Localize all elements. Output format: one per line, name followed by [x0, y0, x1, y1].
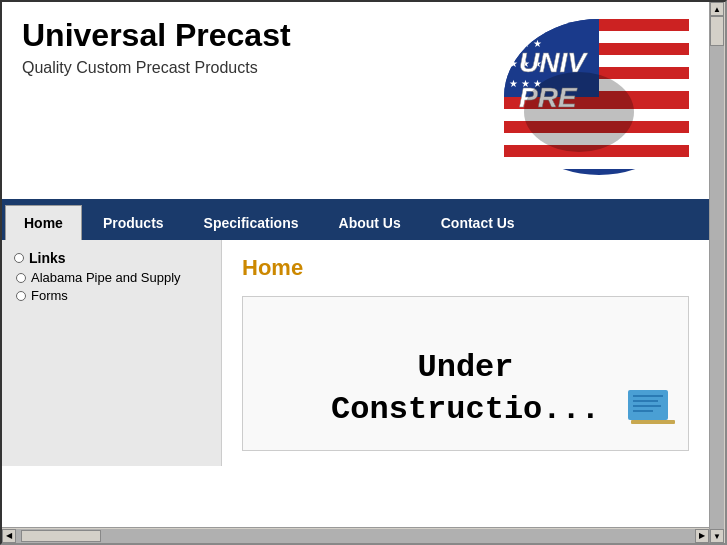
svg-rect-11 — [599, 55, 689, 67]
svg-rect-24 — [633, 400, 658, 402]
logo-graphic: ★ ★ ★ ★ ★ ★ ★ ★ ★ UNIV PRE — [489, 17, 689, 177]
site-title: Universal Precast — [22, 17, 469, 54]
under-construction-text: Under Constructio... — [263, 347, 668, 430]
svg-rect-4 — [599, 43, 689, 55]
svg-rect-27 — [631, 420, 675, 424]
nav-specifications[interactable]: Specifications — [185, 205, 318, 240]
svg-rect-5 — [599, 67, 689, 79]
svg-rect-23 — [633, 395, 663, 397]
svg-rect-26 — [633, 410, 653, 412]
sidebar-links-section: Links Alabama Pipe and Supply Forms — [14, 250, 209, 303]
svg-point-21 — [524, 72, 634, 152]
page-title: Home — [242, 255, 689, 281]
sidebar: Links Alabama Pipe and Supply Forms — [2, 240, 222, 466]
sidebar-link-bullet-2 — [16, 291, 26, 301]
content-area: Links Alabama Pipe and Supply Forms Home — [2, 240, 709, 466]
svg-rect-3 — [599, 19, 689, 31]
sidebar-link-bullet — [16, 273, 26, 283]
nav-contact-us[interactable]: Contact Us — [422, 205, 534, 240]
scroll-left-arrow[interactable]: ◀ — [2, 529, 16, 543]
svg-rect-15 — [504, 157, 689, 169]
sidebar-heading: Links — [14, 250, 209, 266]
site-subtitle: Quality Custom Precast Products — [22, 59, 469, 77]
sidebar-link-alabama[interactable]: Alabama Pipe and Supply — [14, 270, 209, 285]
nav-bar: Home Products Specifications About Us Co… — [2, 202, 709, 240]
sidebar-link-forms[interactable]: Forms — [14, 288, 209, 303]
svg-rect-10 — [599, 31, 689, 43]
construction-icon — [623, 380, 683, 440]
scroll-down-arrow[interactable]: ▼ — [710, 529, 724, 543]
site-header: Universal Precast Quality Custom Precast… — [2, 2, 709, 202]
nav-about-us[interactable]: About Us — [320, 205, 420, 240]
nav-home[interactable]: Home — [5, 205, 82, 240]
scroll-up-arrow[interactable]: ▲ — [710, 2, 724, 16]
svg-rect-25 — [633, 405, 661, 407]
nav-products[interactable]: Products — [84, 205, 183, 240]
main-content: Home Under Constructio... — [222, 240, 709, 466]
sidebar-radio-icon — [14, 253, 24, 263]
scroll-right-arrow[interactable]: ▶ — [695, 529, 709, 543]
header-logo: ★ ★ ★ ★ ★ ★ ★ ★ ★ UNIV PRE — [469, 17, 689, 177]
